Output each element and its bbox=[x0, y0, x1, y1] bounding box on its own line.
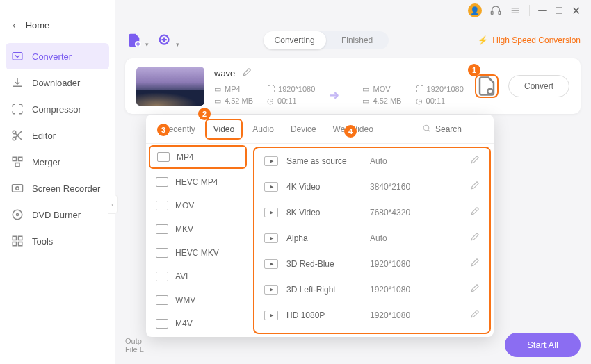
preset-name: 3D Left-Right bbox=[286, 285, 362, 295]
preset-name: Alpha bbox=[286, 233, 362, 243]
format-icon bbox=[156, 295, 168, 305]
format-item-wmv[interactable]: WMV bbox=[146, 288, 250, 312]
preset-item[interactable]: ▶AlphaAuto bbox=[254, 225, 489, 251]
preset-item[interactable]: ▶HD 1080P1920*1080 bbox=[254, 302, 489, 328]
user-avatar[interactable]: 👤 bbox=[468, 3, 482, 17]
svg-point-16 bbox=[17, 214, 19, 216]
file-card: wave ▭MP4 ⛶1920*1080 ➜ ▭MOV ⛶1920*1080 ▭… bbox=[125, 58, 581, 114]
chevron-left-icon: ‹ bbox=[13, 19, 16, 31]
svg-rect-5 bbox=[13, 53, 22, 60]
preset-name: Same as source bbox=[286, 156, 362, 166]
format-label: MP4 bbox=[177, 152, 194, 162]
svg-point-23 bbox=[487, 89, 493, 94]
edit-preset-icon[interactable] bbox=[470, 206, 480, 218]
preset-resolution: 3840*2160 bbox=[370, 182, 426, 192]
video-thumbnail[interactable] bbox=[136, 67, 204, 106]
disc-icon bbox=[11, 208, 24, 221]
format-label: M4V bbox=[175, 319, 193, 329]
svg-rect-18 bbox=[19, 236, 22, 240]
minimize-button[interactable]: ─ bbox=[538, 6, 547, 15]
panel-tab-device[interactable]: Device bbox=[284, 120, 323, 138]
file-label: File L bbox=[125, 345, 144, 354]
sidebar-item-label: Screen Recorder bbox=[32, 183, 100, 194]
preset-resolution: Auto bbox=[370, 233, 426, 243]
preset-icon: ▶ bbox=[264, 208, 278, 217]
output-settings-button[interactable] bbox=[475, 74, 499, 98]
preset-item[interactable]: ▶3D Left-Right1920*1080 bbox=[254, 276, 489, 302]
format-label: HEVC MKV bbox=[175, 248, 219, 258]
format-item-m4v[interactable]: M4V bbox=[146, 312, 250, 336]
preset-resolution: Auto bbox=[370, 156, 426, 166]
high-speed-indicator[interactable]: ⚡ High Speed Conversion bbox=[478, 35, 581, 45]
tab-finished[interactable]: Finished bbox=[326, 31, 389, 49]
format-label: MKV bbox=[175, 224, 193, 234]
panel-tab-video[interactable]: Video bbox=[205, 119, 243, 140]
convert-button[interactable]: Convert bbox=[508, 75, 569, 97]
format-item-mp4[interactable]: MP4 bbox=[149, 145, 247, 169]
edit-preset-icon[interactable] bbox=[470, 155, 480, 167]
preset-name: 4K Video bbox=[286, 182, 362, 192]
sidebar-item-converter[interactable]: Converter bbox=[6, 43, 109, 69]
format-panel: Recently Video Audio Device Web Video MP… bbox=[146, 115, 494, 337]
sidebar-item-label: Converter bbox=[32, 51, 72, 62]
edit-preset-icon[interactable] bbox=[470, 283, 480, 295]
format-icon bbox=[156, 272, 168, 281]
target-duration: ◷00:11 bbox=[416, 97, 465, 106]
format-label: MOV bbox=[175, 201, 194, 210]
sidebar: ‹ Home Converter Downloader Compressor E… bbox=[0, 0, 115, 364]
sidebar-item-compressor[interactable]: Compressor bbox=[0, 96, 115, 122]
sidebar-item-downloader[interactable]: Downloader bbox=[0, 69, 115, 96]
output-label: Outp bbox=[125, 337, 144, 345]
tab-converting[interactable]: Converting bbox=[264, 31, 326, 49]
edit-preset-icon[interactable] bbox=[470, 181, 480, 192]
preset-item[interactable]: ▶HD 720P1280*720 bbox=[254, 328, 489, 334]
recorder-icon bbox=[11, 182, 24, 195]
source-res: ⛶1920*1080 bbox=[267, 85, 316, 93]
sidebar-item-merger[interactable]: Merger bbox=[0, 149, 115, 175]
format-item-avi[interactable]: AVI bbox=[146, 265, 250, 288]
headset-icon[interactable] bbox=[490, 5, 501, 16]
source-duration: ◷00:11 bbox=[267, 97, 316, 106]
folder-icon: ▭ bbox=[214, 97, 221, 106]
preset-icon: ▶ bbox=[264, 233, 278, 243]
sidebar-item-dvd[interactable]: DVD Burner bbox=[0, 201, 115, 228]
source-format: ▭MP4 bbox=[214, 85, 254, 94]
start-all-button[interactable]: Start All bbox=[505, 333, 581, 357]
search-input[interactable] bbox=[435, 124, 484, 134]
close-button[interactable]: ✕ bbox=[572, 6, 580, 15]
edit-preset-icon[interactable] bbox=[470, 232, 480, 244]
video-icon: ▭ bbox=[362, 85, 369, 94]
preset-item[interactable]: ▶4K Video3840*2160 bbox=[254, 174, 489, 199]
preset-item[interactable]: ▶8K Video7680*4320 bbox=[254, 199, 489, 225]
sidebar-item-tools[interactable]: Tools bbox=[0, 228, 115, 254]
preset-item[interactable]: ▶3D Red-Blue1920*1080 bbox=[254, 251, 489, 276]
edit-name-icon[interactable] bbox=[242, 67, 252, 79]
collapse-sidebar-button[interactable]: ‹ bbox=[108, 195, 118, 214]
add-file-button[interactable]: ▾ bbox=[125, 33, 143, 48]
format-item-hevc-mp4[interactable]: HEVC MP4 bbox=[146, 170, 250, 194]
menu-icon[interactable] bbox=[510, 5, 521, 16]
sidebar-item-editor[interactable]: Editor bbox=[0, 122, 115, 149]
film-icon: ▭ bbox=[214, 85, 221, 94]
svg-rect-1 bbox=[499, 11, 501, 14]
preset-name: 8K Video bbox=[286, 208, 362, 217]
merge-icon bbox=[11, 156, 24, 168]
maximize-button[interactable]: □ bbox=[555, 6, 563, 15]
compress-icon bbox=[11, 103, 24, 115]
panel-tab-audio[interactable]: Audio bbox=[245, 120, 281, 138]
bolt-icon: ⚡ bbox=[478, 35, 488, 45]
format-label: AVI bbox=[175, 272, 188, 281]
download-icon bbox=[11, 76, 24, 89]
format-item-hevc-mkv[interactable]: HEVC MKV bbox=[146, 241, 250, 265]
preset-item[interactable]: ▶Same as sourceAuto bbox=[254, 148, 489, 174]
sidebar-item-recorder[interactable]: Screen Recorder bbox=[0, 175, 115, 201]
format-item-mov[interactable]: MOV bbox=[146, 194, 250, 217]
format-item-mkv[interactable]: MKV bbox=[146, 217, 250, 241]
callout-badge-1: 1 bbox=[468, 64, 480, 76]
add-folder-button[interactable]: ▾ bbox=[156, 33, 174, 48]
home-link[interactable]: ‹ Home bbox=[0, 14, 115, 43]
preset-resolution: 7680*4320 bbox=[370, 208, 426, 217]
edit-preset-icon[interactable] bbox=[470, 309, 480, 321]
edit-preset-icon[interactable] bbox=[470, 258, 480, 270]
preset-resolution: 1920*1080 bbox=[370, 285, 426, 295]
